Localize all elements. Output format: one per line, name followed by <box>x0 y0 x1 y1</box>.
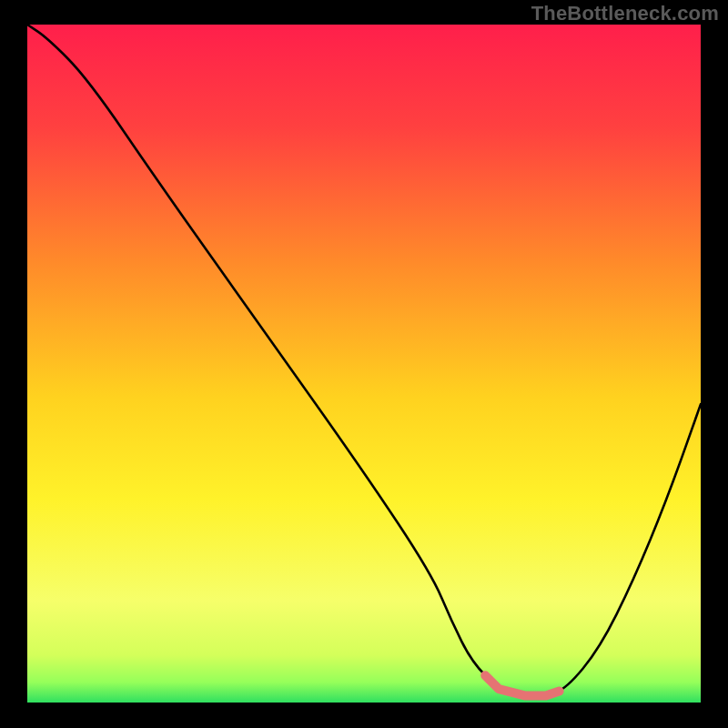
bottleneck-chart <box>27 25 701 703</box>
plot-background <box>27 25 701 703</box>
chart-root: TheBottleneck.com <box>0 0 728 728</box>
watermark-label: TheBottleneck.com <box>531 2 719 25</box>
